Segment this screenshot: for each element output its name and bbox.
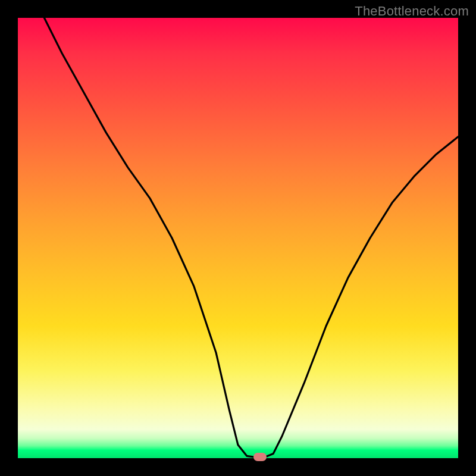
bottleneck-curve (18, 18, 458, 458)
watermark-text: TheBottleneck.com (355, 4, 469, 19)
optimum-marker (253, 453, 267, 461)
plot-area (18, 18, 458, 458)
chart-frame: TheBottleneck.com (0, 0, 476, 476)
